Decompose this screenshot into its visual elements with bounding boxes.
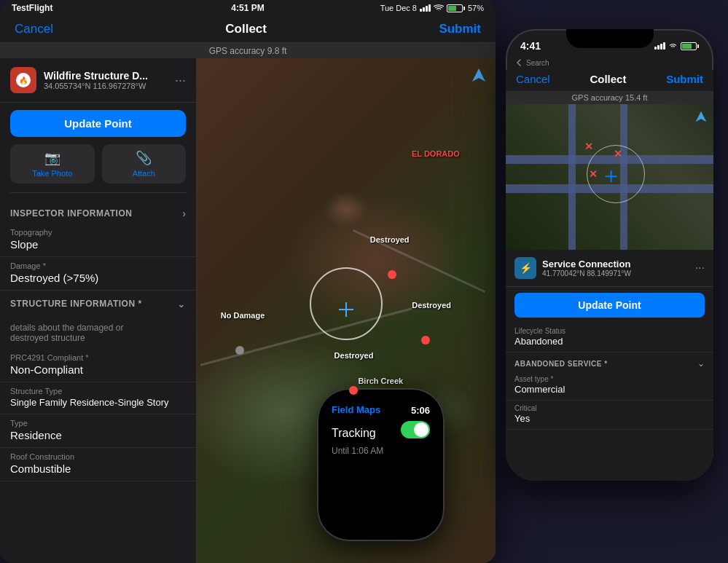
tablet-cancel-button[interactable]: Cancel [15, 22, 53, 36]
tablet-update-button[interactable]: Update Point [10, 110, 186, 137]
phone-map-marker1: ✕ [584, 141, 593, 152]
take-photo-button[interactable]: 📷 Take Photo [10, 144, 95, 184]
phone-time: 4:41 [520, 40, 541, 52]
wifi-icon [434, 4, 444, 12]
topography-label: Topography [10, 228, 186, 237]
watch-time: 5:06 [411, 405, 430, 416]
phone-map-nav[interactable] [694, 110, 708, 127]
phone-status-icons [654, 42, 699, 50]
phone-navigation-icon [694, 110, 708, 123]
map-pin-2 [421, 336, 430, 345]
damage-value[interactable]: Destroyed (>75%) [10, 272, 186, 284]
attach-icon: 📎 [136, 150, 152, 166]
watch-app-name: Field Maps [332, 404, 380, 415]
phone-map-crosshair [605, 170, 617, 182]
phone-lifecycle-label: Lifecycle Status [514, 327, 705, 335]
prc-label: PRC4291 Compliant * [10, 353, 186, 362]
feature-more-button[interactable]: ··· [175, 73, 186, 88]
map-label-destroyed2: Destroyed [412, 301, 451, 310]
topography-value[interactable]: Slope [10, 238, 186, 251]
camera-icon: 📷 [44, 150, 60, 166]
watch-until-label: Until 1:06 AM [332, 446, 383, 456]
phone-lifecycle-field: Lifecycle Status Abandoned [506, 323, 713, 353]
phone-critical-label: Critical [514, 404, 705, 412]
phone-abandoned-title: ABANDONED SERVICE * [514, 360, 608, 368]
feature-icon-inner: 🔥 [16, 73, 31, 87]
roof-label: Roof Construction [10, 452, 186, 461]
crosshair-icon [339, 302, 353, 317]
battery-icon [447, 4, 465, 12]
map-navigation-arrow[interactable] [471, 67, 487, 87]
feature-coords: 34.055734°N 116.967278°W [44, 82, 168, 90]
watch-header: Field Maps 5:06 [332, 404, 430, 417]
tablet-nav-bar: Cancel Collect Submit [0, 16, 496, 43]
prc-value[interactable]: Non-Compliant [10, 363, 186, 376]
structure-type-field: Structure Type Single Family Residence-S… [0, 382, 196, 414]
type-field: Type Residence [0, 414, 196, 448]
phone-abandoned-chevron: ⌄ [697, 358, 705, 369]
type-label: Type [10, 419, 186, 428]
structure-type-value[interactable]: Single Family Residence-Single Story [10, 397, 186, 408]
phone-battery-icon [681, 42, 699, 50]
tablet-app-name: TestFlight [12, 3, 52, 13]
phone-update-button[interactable]: Update Point [514, 293, 705, 318]
feature-title-area: Wildfire Structure D... 34.055734°N 116.… [44, 70, 168, 90]
phone-search-hint: Search [506, 58, 713, 70]
phone-critical-field: Critical Yes [506, 401, 713, 430]
type-value[interactable]: Residence [10, 429, 186, 441]
phone-wifi-icon [668, 42, 678, 50]
phone-abandoned-section-header[interactable]: ABANDONED SERVICE * ⌄ [506, 353, 713, 371]
phone-nav-title: Collect [590, 73, 626, 85]
battery-percent: 57% [468, 4, 484, 12]
tablet-date: Tue Dec 8 [380, 4, 417, 12]
attach-button[interactable]: 📎 Attach [102, 144, 187, 184]
phone-feature-more-button[interactable]: ··· [695, 261, 705, 275]
structure-section-header[interactable]: STRUCTURE INFORMATION * ⌄ [0, 291, 196, 314]
watch-screen: Field Maps 5:06 Tracking Until 1:06 AM [321, 393, 440, 537]
map-label-destroyed3: Destroyed [334, 351, 374, 360]
structure-section-title: STRUCTURE INFORMATION * [10, 299, 142, 309]
feature-title: Wildfire Structure D... [44, 70, 168, 82]
watch-tracking-row: Tracking [332, 420, 430, 440]
tablet-status-icons: Tue Dec 8 57% [380, 4, 484, 12]
roof-field: Roof Construction Combustible [0, 448, 196, 481]
roof-value[interactable]: Combustible [10, 462, 186, 475]
action-buttons: 📷 Take Photo 📎 Attach [10, 144, 186, 193]
map-label-birch: Birch Creek [358, 377, 403, 385]
phone-feature-header: ⚡ Service Connection 41.770042°N 88.1499… [506, 250, 713, 287]
phone-map[interactable]: ✕ ✕ ✕ [506, 104, 713, 250]
map-label-eldorado: EL DORADO [412, 149, 460, 158]
phone-critical-value[interactable]: Yes [514, 413, 705, 424]
tablet-time: 4:51 PM [231, 3, 264, 13]
phone-cancel-button[interactable]: Cancel [516, 73, 550, 85]
map-label-nodamage: No Damage [221, 311, 265, 320]
watch-toggle[interactable] [401, 421, 430, 438]
map-label-destroyed1: Destroyed [370, 235, 410, 244]
navigation-icon [471, 67, 487, 83]
topography-field: Topography Slope [0, 224, 196, 257]
phone-signal-icon [654, 42, 665, 50]
phone-road-v [568, 104, 576, 250]
prc-field: PRC4291 Compliant * Non-Compliant [0, 349, 196, 382]
signal-icon [420, 4, 431, 12]
inspector-chevron-icon: › [182, 208, 186, 219]
phone-feature-icon: ⚡ [514, 257, 536, 279]
feature-header: 🔥 Wildfire Structure D... 34.055734°N 11… [0, 58, 196, 103]
tablet-nav-title: Collect [225, 22, 267, 36]
structure-desc-text: details about the damaged ordestroyed st… [10, 323, 186, 343]
tablet-submit-button[interactable]: Submit [439, 22, 481, 36]
phone-back-icon [514, 58, 523, 67]
phone-feature-icon-inner: ⚡ [520, 262, 532, 274]
phone-asset-value[interactable]: Commercial [514, 384, 705, 395]
phone-submit-button[interactable]: Submit [666, 73, 703, 85]
tablet-panel: 🔥 Wildfire Structure D... 34.055734°N 11… [0, 58, 197, 563]
inspector-section-title: INSPECTOR INFORMATION [10, 208, 132, 218]
structure-description: details about the damaged ordestroyed st… [0, 314, 196, 349]
phone-lifecycle-value[interactable]: Abandoned [514, 336, 705, 347]
inspector-section-header[interactable]: INSPECTOR INFORMATION › [0, 200, 196, 224]
tablet-status-bar: TestFlight 4:51 PM Tue Dec 8 [0, 0, 496, 16]
phone-panel: ⚡ Service Connection 41.770042°N 88.1499… [506, 250, 713, 481]
watch-device: Field Maps 5:06 Tracking Until 1:06 AM [317, 388, 445, 541]
phone-device: 4:41 Search Ca [506, 29, 713, 481]
map-location-dot [339, 302, 353, 317]
